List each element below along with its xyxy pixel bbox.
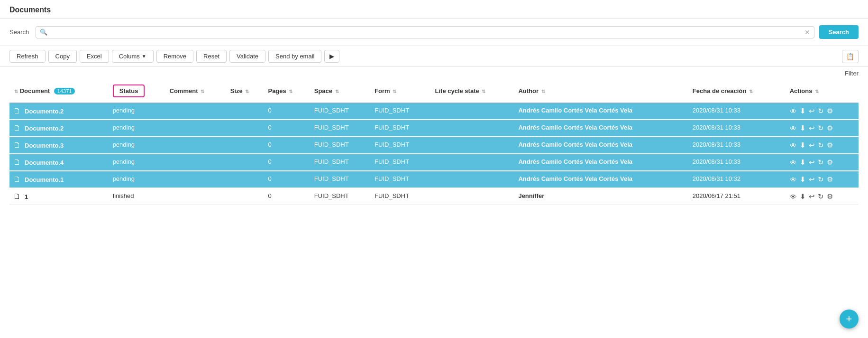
- author-cell: Andrés Camilo Cortés Vela Cortés Vela: [514, 120, 688, 137]
- col-label-author: Author: [518, 87, 539, 94]
- comment-cell: [166, 154, 227, 171]
- doc-name[interactable]: 1: [25, 193, 28, 200]
- validate-button[interactable]: Validate: [229, 50, 265, 63]
- settings-icon[interactable]: ⚙: [827, 192, 833, 201]
- refresh-action-icon[interactable]: ↻: [818, 175, 824, 184]
- size-cell: [227, 188, 265, 205]
- col-header-author[interactable]: Author ⇅: [514, 80, 688, 103]
- view-icon[interactable]: 👁: [790, 159, 797, 167]
- col-header-actions[interactable]: Actions ⇅: [786, 80, 859, 103]
- col-header-created[interactable]: Fecha de creación ⇅: [689, 80, 786, 103]
- col-header-document[interactable]: ⇅ Document 14371: [9, 80, 109, 103]
- sort-icon-doc: ⇅: [14, 89, 18, 94]
- lifecycle-cell: [431, 154, 515, 171]
- settings-icon[interactable]: ⚙: [827, 158, 833, 167]
- doc-name[interactable]: Documento.2: [25, 125, 64, 132]
- download-icon[interactable]: ⬇: [800, 158, 806, 167]
- author-cell: Jenniffer: [514, 188, 688, 205]
- col-header-status[interactable]: Status: [109, 80, 166, 103]
- download-icon[interactable]: ⬇: [800, 141, 806, 150]
- view-icon[interactable]: 👁: [790, 193, 797, 201]
- status-cell: pending: [109, 154, 166, 171]
- space-cell: FUID_SDHT: [311, 171, 371, 188]
- refresh-action-icon[interactable]: ↻: [818, 192, 824, 201]
- doc-name[interactable]: Documento.4: [25, 159, 64, 166]
- doc-file-icon: 🗋: [13, 107, 21, 115]
- doc-name[interactable]: Documento.2: [25, 108, 64, 115]
- columns-button[interactable]: Colums ▼: [112, 50, 154, 63]
- refresh-button[interactable]: Refresh: [9, 50, 46, 63]
- copy-button[interactable]: Copy: [48, 50, 77, 63]
- undo-icon[interactable]: ↩: [809, 107, 815, 115]
- created-cell: 2020/06/17 21:51: [689, 188, 786, 205]
- created-cell: 2020/08/31 10:33: [689, 154, 786, 171]
- refresh-action-icon[interactable]: ↻: [818, 107, 824, 115]
- col-header-lifecycle[interactable]: Life cycle state ⇅: [431, 80, 515, 103]
- space-cell: FUID_SDHT: [311, 137, 371, 154]
- doc-name[interactable]: Documento.3: [25, 142, 64, 149]
- form-cell: FUID_SDHT: [371, 103, 431, 120]
- undo-icon[interactable]: ↩: [809, 141, 815, 150]
- excel-button[interactable]: Excel: [80, 50, 109, 63]
- comment-cell: [166, 137, 227, 154]
- doc-name[interactable]: Documento.1: [25, 176, 64, 183]
- settings-icon[interactable]: ⚙: [827, 124, 833, 132]
- download-icon[interactable]: ⬇: [800, 175, 806, 184]
- actions-cell: 👁⬇↩↻⚙: [786, 137, 859, 154]
- col-header-space[interactable]: Space ⇅: [311, 80, 371, 103]
- view-icon[interactable]: 👁: [790, 107, 797, 115]
- status-cell: pending: [109, 137, 166, 154]
- pages-cell: 0: [264, 171, 310, 188]
- search-input[interactable]: [50, 28, 804, 36]
- download-icon[interactable]: ⬇: [800, 107, 806, 115]
- sort-icon-comment: ⇅: [201, 89, 204, 94]
- table-wrap: ⇅ Document 14371 Status Comment ⇅: [0, 80, 868, 205]
- undo-icon[interactable]: ↩: [809, 124, 815, 132]
- sort-icon-created: ⇅: [749, 89, 753, 94]
- undo-icon[interactable]: ↩: [809, 158, 815, 167]
- refresh-action-icon[interactable]: ↻: [818, 124, 824, 132]
- created-cell: 2020/08/31 10:33: [689, 120, 786, 137]
- status-cell: finished: [109, 188, 166, 205]
- view-icon[interactable]: 👁: [790, 141, 797, 150]
- reset-button[interactable]: Reset: [196, 50, 227, 63]
- clear-icon[interactable]: ✕: [804, 28, 810, 36]
- send-by-email-button[interactable]: Send by email: [268, 50, 321, 63]
- table-row: 🗋Documento.1pending0FUID_SDHTFUID_SDHTAn…: [9, 171, 859, 188]
- remove-button[interactable]: Remove: [156, 50, 193, 63]
- download-icon[interactable]: ⬇: [800, 124, 806, 132]
- undo-icon[interactable]: ↩: [809, 192, 815, 201]
- settings-icon[interactable]: ⚙: [827, 141, 833, 150]
- col-header-form[interactable]: Form ⇅: [371, 80, 431, 103]
- refresh-action-icon[interactable]: ↻: [818, 158, 824, 167]
- view-icon[interactable]: 👁: [790, 176, 797, 184]
- export-icon[interactable]: 📋: [842, 50, 859, 63]
- search-icon: 🔍: [40, 28, 47, 36]
- size-cell: [227, 120, 265, 137]
- comment-cell: [166, 120, 227, 137]
- settings-icon[interactable]: ⚙: [827, 107, 833, 115]
- col-header-pages[interactable]: Pages ⇅: [264, 80, 310, 103]
- settings-icon[interactable]: ⚙: [827, 175, 833, 184]
- download-icon[interactable]: ⬇: [800, 192, 806, 201]
- col-label-actions: Actions: [790, 87, 813, 94]
- space-cell: FUID_SDHT: [311, 103, 371, 120]
- author-cell: Andrés Camilo Cortés Vela Cortés Vela: [514, 171, 688, 188]
- lifecycle-cell: [431, 120, 515, 137]
- play-button[interactable]: ▶: [324, 50, 339, 63]
- view-icon[interactable]: 👁: [790, 124, 797, 132]
- table-header-row: ⇅ Document 14371 Status Comment ⇅: [9, 80, 859, 103]
- status-cell: pending: [109, 103, 166, 120]
- col-header-comment[interactable]: Comment ⇅: [166, 80, 227, 103]
- pages-cell: 0: [264, 154, 310, 171]
- search-input-wrap: 🔍 ✕: [36, 26, 814, 38]
- status-cell: pending: [109, 171, 166, 188]
- refresh-action-icon[interactable]: ↻: [818, 141, 824, 150]
- actions-cell: 👁⬇↩↻⚙: [786, 103, 859, 120]
- search-button[interactable]: Search: [819, 25, 859, 39]
- doc-icon-cell: 🗋Documento.3: [9, 137, 109, 153]
- doc-icon-cell: 🗋Documento.4: [9, 154, 109, 170]
- col-header-size[interactable]: Size ⇅: [227, 80, 265, 103]
- undo-icon[interactable]: ↩: [809, 175, 815, 184]
- comment-cell: [166, 103, 227, 120]
